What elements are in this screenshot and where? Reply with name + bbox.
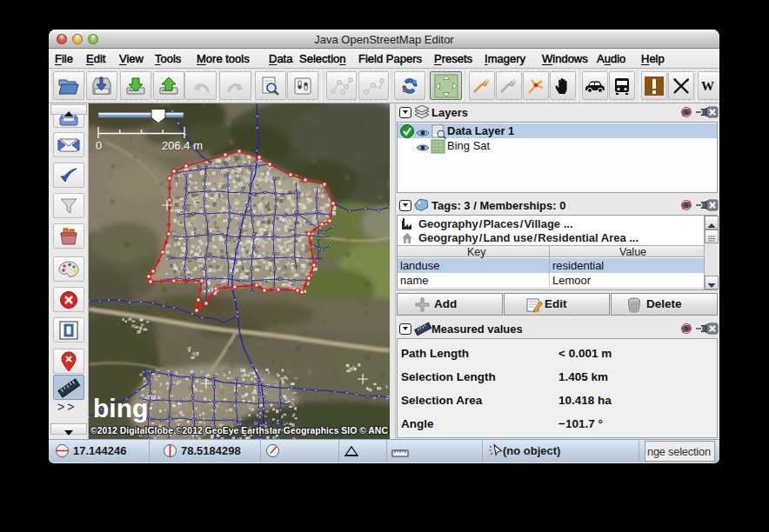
svg-text:bing: bing <box>93 394 148 422</box>
svg-text:206.4 m: 206.4 m <box>162 139 203 152</box>
svg-text:©2012 DigitalGlobe ©2012 GeoEy: ©2012 DigitalGlobe ©2012 GeoEye Earthsta… <box>90 425 388 436</box>
svg-text:W: W <box>701 79 714 93</box>
svg-text:TM: TM <box>147 395 156 401</box>
svg-text:0: 0 <box>96 139 102 152</box>
